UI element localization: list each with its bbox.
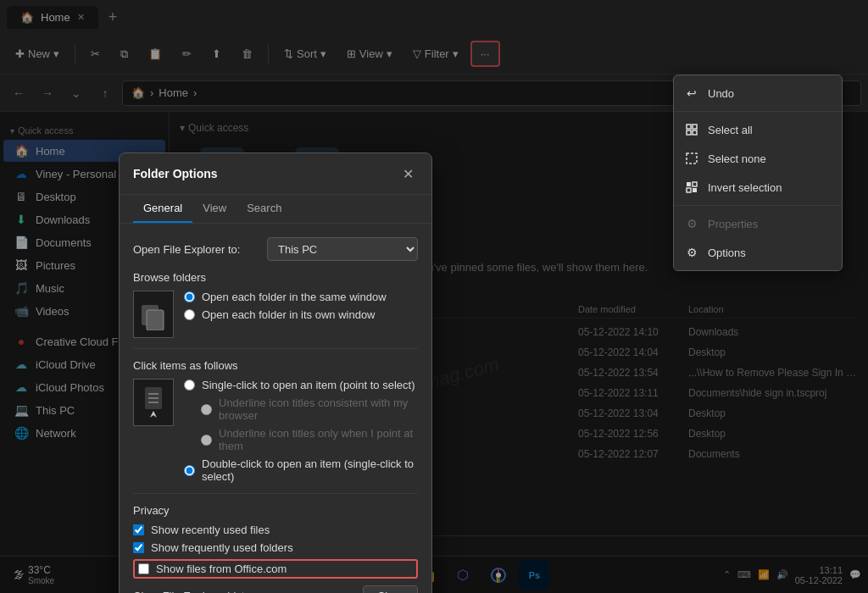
ctx-invert-selection[interactable]: Invert selection: [674, 173, 842, 202]
ctx-options[interactable]: ⚙ Options: [674, 238, 842, 267]
select-all-icon: [684, 122, 699, 137]
browse-radio-group: Open each folder in the same window Open…: [184, 291, 387, 321]
browse-folders-title: Browse folders: [133, 271, 418, 284]
privacy-option2-label: Show frequently used folders: [151, 541, 293, 554]
privacy-option2-checkbox[interactable]: [133, 542, 144, 553]
click-option1-label: Single-click to open an item (point to s…: [202, 379, 415, 391]
browse-option1-row[interactable]: Open each folder in the same window: [184, 291, 387, 303]
open-explorer-label: Open File Explorer to:: [133, 243, 260, 256]
browse-option2-label: Open each folder in its own window: [202, 308, 376, 321]
options-icon: ⚙: [684, 245, 699, 260]
privacy-option3-row[interactable]: Show files from Office.com: [133, 559, 418, 579]
properties-label: Properties: [708, 218, 758, 230]
svg-rect-0: [687, 125, 691, 129]
click-option2-label: Underline icon titles consistent with my…: [219, 396, 418, 422]
folder-options-dialog: Folder Options ✕ General View Search Ope…: [119, 152, 432, 593]
clear-label: Clear File Explorer history: [133, 590, 260, 593]
click-option3-row[interactable]: Underline icon titles only when I point …: [184, 427, 418, 452]
invert-selection-icon: [684, 180, 699, 195]
browse-preview: Open each folder in the same window Open…: [133, 291, 418, 338]
click-option3-label: Underline icon titles only when I point …: [219, 427, 418, 452]
context-menu: ↩ Undo Select all Select none Invert sel…: [673, 75, 843, 271]
click-preview: Single-click to open an item (point to s…: [133, 379, 418, 483]
click-option2-row[interactable]: Underline icon titles consistent with my…: [184, 396, 418, 422]
svg-rect-5: [687, 182, 691, 186]
svg-rect-7: [687, 188, 691, 192]
click-option4-row[interactable]: Double-click to open an item (single-cli…: [184, 457, 418, 483]
ctx-select-all[interactable]: Select all: [674, 115, 842, 144]
svg-rect-10: [147, 310, 164, 330]
browse-option2-radio[interactable]: [184, 309, 195, 320]
privacy-option1-label: Show recently used files: [151, 524, 270, 536]
dialog-close-button[interactable]: ✕: [398, 163, 418, 184]
divider-1: [133, 348, 418, 349]
select-none-icon: [684, 151, 699, 166]
svg-rect-2: [687, 130, 691, 135]
clear-button[interactable]: Clear: [363, 585, 418, 593]
tab-general[interactable]: General: [133, 195, 192, 223]
privacy-option1-row[interactable]: Show recently used files: [133, 524, 418, 536]
privacy-option3-label: Show files from Office.com: [156, 563, 287, 575]
privacy-option1-checkbox[interactable]: [133, 524, 144, 535]
open-explorer-select[interactable]: This PC Quick access: [267, 237, 418, 261]
browse-option1-label: Open each folder in the same window: [202, 291, 387, 303]
click-option4-label: Double-click to open an item (single-cli…: [202, 457, 418, 483]
click-option2-radio: [201, 404, 212, 415]
divider-2: [133, 493, 418, 494]
dialog-title-bar: Folder Options ✕: [120, 153, 431, 195]
clear-row: Clear File Explorer history Clear: [133, 585, 418, 593]
click-option1-radio[interactable]: [184, 380, 195, 391]
ctx-divider-1: [674, 111, 842, 112]
ctx-properties: ⚙ Properties: [674, 209, 842, 238]
undo-icon: ↩: [684, 86, 699, 101]
click-items-title: Click items as follows: [133, 359, 418, 372]
browse-preview-img: [133, 291, 174, 338]
ctx-select-none[interactable]: Select none: [674, 144, 842, 173]
dialog-tabs: General View Search: [120, 195, 431, 224]
select-all-label: Select all: [708, 124, 753, 136]
privacy-section: Privacy Show recently used files Show fr…: [133, 504, 418, 593]
dialog-body: Open File Explorer to: This PC Quick acc…: [120, 224, 431, 593]
click-option3-radio: [201, 435, 212, 446]
tab-view[interactable]: View: [192, 195, 236, 223]
ctx-undo[interactable]: ↩ Undo: [674, 79, 842, 108]
svg-rect-1: [693, 125, 697, 129]
svg-rect-8: [693, 188, 697, 192]
privacy-title: Privacy: [133, 504, 418, 517]
dialog-title-text: Folder Options: [133, 167, 218, 180]
ctx-divider-2: [674, 205, 842, 206]
options-label: Options: [708, 247, 746, 259]
click-option1-row[interactable]: Single-click to open an item (point to s…: [184, 379, 418, 391]
svg-rect-6: [693, 182, 697, 186]
browse-option1-radio[interactable]: [184, 291, 195, 302]
click-preview-img: [133, 379, 174, 426]
browse-option2-row[interactable]: Open each folder in its own window: [184, 308, 387, 321]
properties-icon: ⚙: [684, 216, 699, 231]
tab-search[interactable]: Search: [236, 195, 292, 223]
privacy-option2-row[interactable]: Show frequently used folders: [133, 541, 418, 554]
click-option4-radio[interactable]: [184, 465, 195, 476]
select-none-label: Select none: [708, 152, 766, 165]
undo-label: Undo: [708, 87, 734, 100]
svg-rect-4: [687, 153, 697, 163]
svg-rect-3: [693, 130, 697, 135]
privacy-option3-checkbox[interactable]: [138, 563, 149, 574]
click-radio-group: Single-click to open an item (point to s…: [184, 379, 418, 483]
open-file-explorer-row: Open File Explorer to: This PC Quick acc…: [133, 237, 418, 261]
invert-selection-label: Invert selection: [708, 181, 782, 194]
